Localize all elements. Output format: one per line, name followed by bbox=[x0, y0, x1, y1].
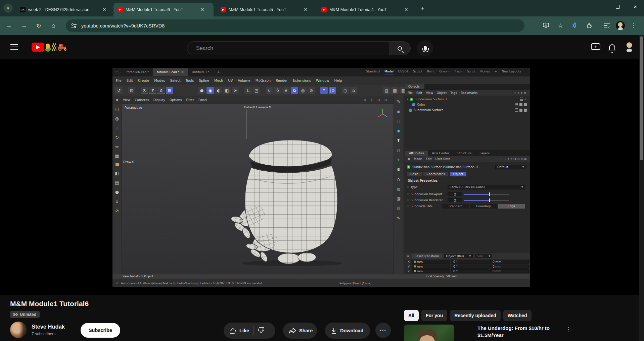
sharing-hub-icon[interactable] bbox=[569, 20, 581, 31]
c4d-menu-item[interactable]: Create bbox=[138, 79, 149, 82]
spline-pen-icon[interactable]: L bbox=[244, 87, 252, 94]
box-tool-icon[interactable]: ⊡ bbox=[128, 87, 135, 94]
layer-dots-icon[interactable] bbox=[520, 98, 523, 101]
snap-icon[interactable]: ⧉ bbox=[291, 87, 298, 94]
attributes-tab[interactable]: Structure bbox=[453, 151, 475, 156]
close-button[interactable]: ✕ bbox=[627, 0, 644, 13]
type-dropdown[interactable]: Catmull-Clark (N-Gons)▼ bbox=[448, 185, 525, 189]
objects-panel-icons[interactable]: ○⌂▾≡ bbox=[513, 91, 527, 95]
bookmark-star-icon[interactable]: ☆ bbox=[555, 20, 566, 31]
light-icon[interactable]: ☼ bbox=[397, 206, 401, 211]
c4d-menu-item[interactable]: Spline bbox=[199, 79, 209, 82]
reload-icon[interactable]: ↻ bbox=[33, 20, 44, 32]
subdivision-renderer-slider[interactable] bbox=[464, 200, 509, 201]
related-video-title[interactable]: The Underdog: From $10/hr to $1.5M/Year bbox=[477, 325, 558, 339]
volume-icon[interactable]: ⌂ bbox=[350, 87, 357, 94]
c4d-layout-tab[interactable]: New Layouts bbox=[502, 70, 521, 74]
filter-chip[interactable]: For you bbox=[421, 310, 447, 321]
download-button[interactable]: Download bbox=[325, 323, 370, 339]
coord-system-button[interactable]: ⊞ bbox=[166, 87, 173, 94]
rows-icon[interactable]: ▤ bbox=[115, 180, 119, 185]
key-circle-icon[interactable]: ○ bbox=[407, 193, 409, 195]
dot-icon[interactable]: ● bbox=[115, 189, 119, 194]
globe-icon[interactable]: ◍ bbox=[397, 187, 400, 191]
c4d-layout-tab[interactable]: Sculpt bbox=[413, 70, 422, 74]
c4d-menu-item[interactable]: File bbox=[116, 79, 122, 82]
subscribe-button[interactable]: Subscribe bbox=[81, 323, 120, 338]
value-field[interactable]: 2 bbox=[448, 198, 462, 202]
viewport-corner-icons[interactable]: ⊕ ⇩ ⊙ ⊞ bbox=[363, 98, 389, 102]
uv-tag-icon[interactable] bbox=[524, 103, 527, 106]
attributes-menu-item[interactable]: Edit bbox=[426, 157, 431, 161]
attribute-section-tab[interactable]: Basic bbox=[407, 172, 422, 176]
objects-menu-item[interactable]: Tags bbox=[450, 91, 457, 95]
filter-chip[interactable]: All bbox=[404, 310, 419, 321]
video-player[interactable]: ◠◡ totadile6.c4d * totadile3.c4d * ✕ Unt… bbox=[0, 59, 644, 295]
attribute-section-tab[interactable]: Coordinates bbox=[423, 172, 448, 176]
render-settings-icon[interactable]: ◉ bbox=[206, 87, 214, 94]
render-view-icon[interactable]: ● bbox=[198, 87, 205, 94]
tab-close-icon[interactable]: ✕ bbox=[199, 7, 205, 13]
channel-name[interactable]: Steve Hudak bbox=[32, 324, 65, 330]
tree-row-cube[interactable]: Cube bbox=[405, 102, 530, 107]
browser-tab-3[interactable]: M&M Module1 Tutorial5 - YouT ✕ bbox=[217, 3, 312, 16]
chrome-menu-icon[interactable]: ⋮ bbox=[628, 20, 639, 31]
address-bar[interactable]: youtube.com/watch?v=9dUK7cSRVD8 bbox=[66, 19, 524, 32]
extensions-icon[interactable] bbox=[584, 20, 595, 31]
c4d-doc-tab-active[interactable]: totadile3.c4d * ✕ bbox=[153, 68, 188, 76]
more-actions-button[interactable]: ··· bbox=[375, 323, 391, 338]
rotation-p-field[interactable]: 0 ° bbox=[451, 265, 490, 269]
browser-tab-4[interactable]: M&M Module1 Tutorial4 - YouT ✕ bbox=[317, 3, 413, 16]
c4d-menu-item[interactable]: Mesh bbox=[214, 79, 223, 82]
tab-close-icon[interactable]: ✕ bbox=[101, 7, 107, 13]
minimize-button[interactable] bbox=[592, 0, 609, 13]
tree-row-subdivision-surface[interactable]: Subdivision Surface bbox=[405, 107, 530, 113]
rotation-h-field[interactable]: 0 ° bbox=[451, 260, 490, 264]
search-button[interactable] bbox=[389, 41, 411, 55]
layout-b-icon[interactable]: ▦ bbox=[391, 87, 399, 94]
cube-icon[interactable]: ◆ bbox=[397, 128, 400, 133]
cursor-tool-icon[interactable]: ➤ bbox=[232, 87, 239, 94]
layout-a-icon[interactable]: ▤ bbox=[383, 87, 390, 94]
c4d-menu-item[interactable]: UV bbox=[228, 79, 233, 82]
shading-icon[interactable]: ◧ bbox=[223, 87, 231, 94]
subdivide-icon[interactable]: ö bbox=[274, 87, 281, 94]
guide-menu-icon[interactable] bbox=[10, 44, 18, 50]
active-material-swatch[interactable]: ■ bbox=[116, 163, 119, 166]
objects-menu-item[interactable]: Bookmarks bbox=[461, 91, 477, 95]
attributes-tab[interactable]: Attributes bbox=[405, 151, 428, 156]
tab-close-icon[interactable]: ✕ bbox=[303, 7, 309, 13]
reset-transform-button[interactable]: Reset Transform bbox=[412, 254, 442, 259]
share-button[interactable]: Share bbox=[283, 323, 317, 339]
expand-icon[interactable]: ▾ bbox=[407, 98, 408, 101]
position-x-field[interactable]: 0 mm bbox=[412, 260, 450, 264]
youtube-logo[interactable] bbox=[32, 43, 67, 52]
c4d-menu-item[interactable]: Render bbox=[276, 79, 288, 82]
home-view-icon[interactable]: ⌂ bbox=[116, 199, 118, 204]
c4d-menu-item[interactable]: Edit bbox=[127, 79, 133, 82]
rotate-tool-icon[interactable]: ↻ bbox=[115, 135, 119, 140]
search-input[interactable] bbox=[196, 45, 377, 51]
position-z-field[interactable]: 0 mm bbox=[412, 269, 450, 273]
c4d-doc-tab[interactable]: Untitled 3 * bbox=[188, 68, 213, 76]
subdivision-viewport-slider[interactable] bbox=[464, 194, 509, 195]
target-icon[interactable]: ◎ bbox=[299, 87, 307, 94]
key-circle-icon[interactable]: ○ bbox=[407, 205, 409, 208]
objects-menu-item[interactable]: Object bbox=[437, 91, 447, 95]
pen-icon[interactable]: ✎ bbox=[397, 99, 400, 104]
c4d-layout-tab[interactable]: Nodes bbox=[480, 70, 490, 74]
site-settings-icon[interactable] bbox=[71, 23, 77, 29]
viewport-menu-item[interactable]: Cameras bbox=[135, 98, 149, 102]
disable-icon[interactable]: ⊘ bbox=[115, 208, 119, 213]
c4d-menu-item[interactable]: MoGraph bbox=[256, 79, 271, 82]
phong-tag-icon[interactable] bbox=[519, 103, 522, 106]
primitive-cube-icon[interactable]: ◳ bbox=[253, 87, 260, 94]
search-box[interactable] bbox=[187, 41, 389, 55]
viewport-menu-item[interactable]: Filter bbox=[186, 98, 194, 102]
home-icon[interactable]: ⌂ bbox=[48, 20, 59, 32]
filter-chip[interactable]: Watched bbox=[503, 310, 532, 321]
c4d-layout-tab[interactable]: Standard bbox=[366, 70, 380, 74]
key-circle-icon[interactable]: ○ bbox=[407, 186, 409, 188]
coords-burger-icon[interactable]: ≡ bbox=[407, 254, 410, 258]
phong-tag-icon[interactable] bbox=[519, 109, 522, 112]
